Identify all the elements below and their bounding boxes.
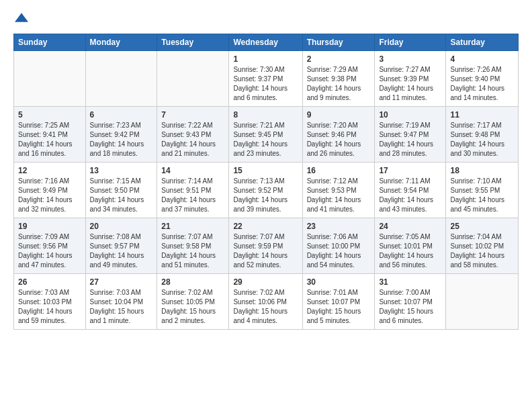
day-number: 1 bbox=[233, 54, 298, 64]
calendar-cell: 6Sunrise: 7:23 AM Sunset: 9:42 PM Daylig… bbox=[85, 107, 157, 163]
day-of-week-tuesday: Tuesday bbox=[157, 34, 229, 51]
week-row-3: 12Sunrise: 7:16 AM Sunset: 9:49 PM Dayli… bbox=[14, 163, 519, 218]
header bbox=[13, 11, 519, 27]
day-number: 18 bbox=[450, 166, 514, 175]
day-number: 21 bbox=[161, 222, 224, 231]
day-number: 9 bbox=[307, 110, 371, 120]
calendar-cell: 25Sunrise: 7:04 AM Sunset: 10:02 PM Dayl… bbox=[446, 218, 519, 274]
calendar-cell: 27Sunrise: 7:03 AM Sunset: 10:04 PM Dayl… bbox=[85, 274, 157, 330]
day-info: Sunrise: 7:27 AM Sunset: 9:39 PM Dayligh… bbox=[379, 65, 441, 103]
calendar-cell: 28Sunrise: 7:02 AM Sunset: 10:05 PM Dayl… bbox=[157, 274, 229, 330]
day-info: Sunrise: 7:07 AM Sunset: 9:58 PM Dayligh… bbox=[161, 232, 224, 270]
day-info: Sunrise: 7:30 AM Sunset: 9:37 PM Dayligh… bbox=[233, 65, 298, 103]
day-of-week-friday: Friday bbox=[375, 34, 446, 51]
day-info: Sunrise: 7:03 AM Sunset: 10:04 PM Daylig… bbox=[90, 288, 153, 326]
day-number: 16 bbox=[307, 166, 371, 175]
day-number: 20 bbox=[90, 222, 153, 231]
calendar-cell: 29Sunrise: 7:02 AM Sunset: 10:06 PM Dayl… bbox=[229, 274, 302, 330]
page: SundayMondayTuesdayWednesdayThursdayFrid… bbox=[0, 0, 532, 411]
day-number: 4 bbox=[450, 54, 514, 64]
day-of-week-thursday: Thursday bbox=[302, 34, 375, 51]
calendar-cell: 15Sunrise: 7:13 AM Sunset: 9:52 PM Dayli… bbox=[229, 163, 302, 218]
logo bbox=[13, 11, 28, 27]
day-info: Sunrise: 7:10 AM Sunset: 9:55 PM Dayligh… bbox=[450, 177, 514, 214]
calendar-cell: 3Sunrise: 7:27 AM Sunset: 9:39 PM Daylig… bbox=[375, 51, 446, 107]
day-number: 24 bbox=[379, 222, 441, 231]
day-info: Sunrise: 7:07 AM Sunset: 9:59 PM Dayligh… bbox=[233, 232, 298, 270]
calendar-header: SundayMondayTuesdayWednesdayThursdayFrid… bbox=[14, 34, 519, 51]
calendar-cell: 17Sunrise: 7:11 AM Sunset: 9:54 PM Dayli… bbox=[375, 163, 446, 218]
day-number: 7 bbox=[161, 110, 224, 120]
calendar-cell: 1Sunrise: 7:30 AM Sunset: 9:37 PM Daylig… bbox=[229, 51, 302, 107]
day-number: 29 bbox=[233, 277, 298, 287]
week-row-5: 26Sunrise: 7:03 AM Sunset: 10:03 PM Dayl… bbox=[14, 274, 519, 330]
day-info: Sunrise: 7:11 AM Sunset: 9:54 PM Dayligh… bbox=[379, 177, 441, 214]
day-number: 25 bbox=[450, 222, 514, 231]
day-info: Sunrise: 7:06 AM Sunset: 10:00 PM Daylig… bbox=[307, 232, 371, 270]
day-info: Sunrise: 7:02 AM Sunset: 10:06 PM Daylig… bbox=[233, 288, 298, 326]
week-row-4: 19Sunrise: 7:09 AM Sunset: 9:56 PM Dayli… bbox=[14, 218, 519, 274]
calendar-cell: 10Sunrise: 7:19 AM Sunset: 9:47 PM Dayli… bbox=[375, 107, 446, 163]
day-info: Sunrise: 7:15 AM Sunset: 9:50 PM Dayligh… bbox=[90, 177, 153, 214]
calendar-cell: 20Sunrise: 7:08 AM Sunset: 9:57 PM Dayli… bbox=[85, 218, 157, 274]
calendar-cell: 21Sunrise: 7:07 AM Sunset: 9:58 PM Dayli… bbox=[157, 218, 229, 274]
day-number: 22 bbox=[233, 222, 298, 231]
calendar-cell: 13Sunrise: 7:15 AM Sunset: 9:50 PM Dayli… bbox=[85, 163, 157, 218]
day-info: Sunrise: 7:20 AM Sunset: 9:46 PM Dayligh… bbox=[307, 121, 371, 158]
calendar-cell: 7Sunrise: 7:22 AM Sunset: 9:43 PM Daylig… bbox=[157, 107, 229, 163]
calendar-cell: 2Sunrise: 7:29 AM Sunset: 9:38 PM Daylig… bbox=[302, 51, 375, 107]
day-number: 10 bbox=[379, 110, 441, 120]
week-row-2: 5Sunrise: 7:25 AM Sunset: 9:41 PM Daylig… bbox=[14, 107, 519, 163]
day-number: 27 bbox=[90, 277, 153, 287]
day-number: 2 bbox=[307, 54, 371, 64]
day-number: 3 bbox=[379, 54, 441, 64]
header-row: SundayMondayTuesdayWednesdayThursdayFrid… bbox=[14, 34, 519, 51]
calendar-cell: 18Sunrise: 7:10 AM Sunset: 9:55 PM Dayli… bbox=[446, 163, 519, 218]
day-info: Sunrise: 7:25 AM Sunset: 9:41 PM Dayligh… bbox=[18, 121, 81, 158]
day-number: 14 bbox=[161, 166, 224, 175]
calendar-cell: 9Sunrise: 7:20 AM Sunset: 9:46 PM Daylig… bbox=[302, 107, 375, 163]
day-info: Sunrise: 7:02 AM Sunset: 10:05 PM Daylig… bbox=[161, 288, 224, 326]
calendar-cell: 23Sunrise: 7:06 AM Sunset: 10:00 PM Dayl… bbox=[302, 218, 375, 274]
svg-marker-0 bbox=[15, 13, 28, 21]
calendar-cell: 11Sunrise: 7:17 AM Sunset: 9:48 PM Dayli… bbox=[446, 107, 519, 163]
day-number: 8 bbox=[233, 110, 298, 120]
week-row-1: 1Sunrise: 7:30 AM Sunset: 9:37 PM Daylig… bbox=[14, 51, 519, 107]
day-info: Sunrise: 7:08 AM Sunset: 9:57 PM Dayligh… bbox=[90, 232, 153, 270]
day-info: Sunrise: 7:00 AM Sunset: 10:07 PM Daylig… bbox=[379, 288, 441, 326]
calendar-cell: 30Sunrise: 7:01 AM Sunset: 10:07 PM Dayl… bbox=[302, 274, 375, 330]
day-info: Sunrise: 7:29 AM Sunset: 9:38 PM Dayligh… bbox=[307, 65, 371, 103]
day-info: Sunrise: 7:17 AM Sunset: 9:48 PM Dayligh… bbox=[450, 121, 514, 158]
calendar-body: 1Sunrise: 7:30 AM Sunset: 9:37 PM Daylig… bbox=[14, 51, 519, 330]
day-info: Sunrise: 7:14 AM Sunset: 9:51 PM Dayligh… bbox=[161, 177, 224, 214]
calendar-cell: 26Sunrise: 7:03 AM Sunset: 10:03 PM Dayl… bbox=[14, 274, 86, 330]
day-number: 5 bbox=[18, 110, 81, 120]
day-number: 19 bbox=[18, 222, 81, 231]
day-number: 15 bbox=[233, 166, 298, 175]
calendar-cell: 14Sunrise: 7:14 AM Sunset: 9:51 PM Dayli… bbox=[157, 163, 229, 218]
day-number: 11 bbox=[450, 110, 514, 120]
calendar-cell: 22Sunrise: 7:07 AM Sunset: 9:59 PM Dayli… bbox=[229, 218, 302, 274]
day-number: 28 bbox=[161, 277, 224, 287]
calendar: SundayMondayTuesdayWednesdayThursdayFrid… bbox=[13, 34, 519, 330]
calendar-cell bbox=[446, 274, 519, 330]
day-info: Sunrise: 7:03 AM Sunset: 10:03 PM Daylig… bbox=[18, 288, 81, 326]
calendar-cell bbox=[85, 51, 157, 107]
day-info: Sunrise: 7:16 AM Sunset: 9:49 PM Dayligh… bbox=[18, 177, 81, 214]
day-info: Sunrise: 7:21 AM Sunset: 9:45 PM Dayligh… bbox=[233, 121, 298, 158]
day-number: 17 bbox=[379, 166, 441, 175]
calendar-cell: 12Sunrise: 7:16 AM Sunset: 9:49 PM Dayli… bbox=[14, 163, 86, 218]
calendar-cell: 19Sunrise: 7:09 AM Sunset: 9:56 PM Dayli… bbox=[14, 218, 86, 274]
day-info: Sunrise: 7:01 AM Sunset: 10:07 PM Daylig… bbox=[307, 288, 371, 326]
day-of-week-saturday: Saturday bbox=[446, 34, 519, 51]
day-number: 31 bbox=[379, 277, 441, 287]
calendar-cell: 16Sunrise: 7:12 AM Sunset: 9:53 PM Dayli… bbox=[302, 163, 375, 218]
day-of-week-monday: Monday bbox=[85, 34, 157, 51]
day-of-week-wednesday: Wednesday bbox=[229, 34, 302, 51]
day-of-week-sunday: Sunday bbox=[14, 34, 86, 51]
day-info: Sunrise: 7:13 AM Sunset: 9:52 PM Dayligh… bbox=[233, 177, 298, 214]
day-number: 6 bbox=[90, 110, 153, 120]
day-info: Sunrise: 7:22 AM Sunset: 9:43 PM Dayligh… bbox=[161, 121, 224, 158]
day-number: 23 bbox=[307, 222, 371, 231]
logo-icon bbox=[15, 11, 28, 24]
